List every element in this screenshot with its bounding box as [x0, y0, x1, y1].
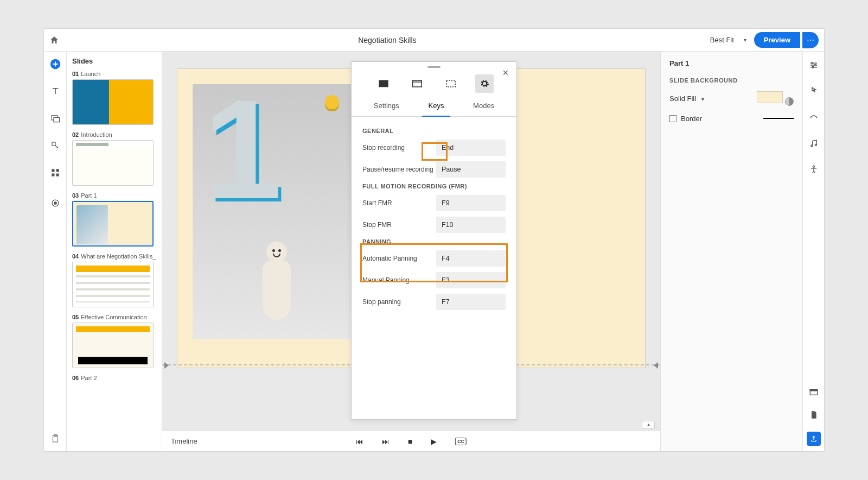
- svg-point-14: [812, 66, 814, 68]
- slides-panel[interactable]: Slides 01Launch 02Introduction 03Part 1 …: [67, 52, 162, 451]
- media-tool-icon[interactable]: [49, 112, 61, 124]
- document-icon[interactable]: [808, 409, 820, 421]
- group-general: GENERAL: [362, 128, 506, 134]
- capture-app-icon[interactable]: [408, 74, 426, 93]
- svg-point-17: [813, 166, 814, 167]
- share-icon[interactable]: [807, 432, 821, 446]
- step-forward-icon[interactable]: ⏭: [382, 437, 390, 446]
- popover-body[interactable]: GENERAL Stop recording Pause/resume reco…: [352, 117, 516, 419]
- audio-icon[interactable]: [808, 137, 820, 149]
- tab-settings[interactable]: Settings: [367, 96, 406, 116]
- zoom-dropdown[interactable]: Best Fit ▾: [710, 36, 746, 44]
- input-start-fmr[interactable]: [436, 195, 506, 211]
- stop-icon[interactable]: ■: [408, 437, 412, 446]
- timeline-controls: ⏮ ⏭ ■ ▶ CC: [356, 437, 467, 446]
- capture-mode-row: [352, 70, 516, 96]
- border-checkbox[interactable]: Border: [669, 115, 702, 123]
- guide-handle-right-icon[interactable]: [654, 362, 658, 369]
- row-stop-fmr: Stop FMR: [362, 217, 506, 233]
- close-icon[interactable]: ✕: [502, 68, 509, 77]
- chevron-down-icon: ▾: [701, 96, 704, 102]
- input-stop-pan[interactable]: [436, 294, 506, 310]
- input-auto-pan[interactable]: [436, 250, 506, 267]
- svg-point-12: [811, 62, 813, 64]
- cc-icon[interactable]: CC: [455, 438, 467, 445]
- row-manual-pan: Manual Panning: [362, 272, 506, 288]
- svg-point-9: [54, 202, 56, 205]
- group-fmr: FULL MOTION RECORDING (FMR): [362, 183, 506, 190]
- capture-screen-icon[interactable]: [374, 74, 393, 93]
- row-start-fmr: Start FMR: [362, 195, 506, 211]
- add-slide-icon[interactable]: [49, 58, 61, 70]
- slide-thumb[interactable]: [72, 79, 154, 125]
- drag-grip-icon[interactable]: [427, 66, 441, 68]
- capture-area-icon[interactable]: [442, 74, 460, 93]
- recording-settings-popover: ✕ Settings Keys Modes GENERAL Stop recor…: [351, 61, 517, 420]
- properties-panel: Part 1 SLIDE BACKGROUND Solid Fill ▾ Bor…: [660, 52, 802, 451]
- preview-more-button[interactable]: ⋯: [802, 32, 819, 48]
- svg-rect-4: [52, 169, 54, 172]
- svg-rect-19: [379, 80, 388, 87]
- animations-icon[interactable]: [808, 111, 820, 123]
- timeline-label: Timeline: [171, 437, 197, 445]
- input-stop-recording[interactable]: [436, 140, 506, 156]
- text-tool-icon[interactable]: [49, 85, 61, 97]
- input-stop-fmr[interactable]: [436, 217, 506, 233]
- preview-button[interactable]: Preview: [754, 32, 800, 48]
- popover-tabs: Settings Keys Modes: [352, 96, 516, 117]
- slide-item[interactable]: 01Launch: [72, 71, 157, 125]
- clipboard-icon[interactable]: [49, 433, 61, 445]
- panel-icon[interactable]: [808, 386, 820, 398]
- svg-rect-5: [56, 169, 59, 172]
- group-panning: PANNING: [362, 238, 506, 245]
- svg-rect-2: [54, 118, 60, 122]
- fill-swatch[interactable]: [757, 91, 794, 106]
- slide-item[interactable]: 05Effective Communication: [72, 314, 157, 368]
- tab-modes[interactable]: Modes: [467, 96, 501, 116]
- fill-dropdown[interactable]: Solid Fill ▾: [669, 94, 704, 103]
- topbar: Negotiation Skills Best Fit ▾ Preview ⋯: [44, 29, 824, 52]
- skip-back-icon[interactable]: ⏮: [356, 437, 363, 446]
- app-window: Negotiation Skills Best Fit ▾ Preview ⋯: [43, 28, 825, 452]
- guide-handle-left-icon[interactable]: [164, 362, 169, 369]
- svg-point-15: [810, 145, 812, 147]
- left-tool-rail: [44, 52, 67, 451]
- record-tool-icon[interactable]: [49, 197, 61, 209]
- big-number-graphic: 1: [203, 79, 282, 220]
- input-pause-resume[interactable]: [436, 161, 506, 178]
- document-title: Negotiation Skills: [65, 36, 710, 45]
- section-slide-background: SLIDE BACKGROUND: [669, 77, 794, 84]
- row-stop-pan: Stop panning: [362, 294, 506, 310]
- slide-thumb[interactable]: [72, 140, 154, 186]
- input-manual-pan[interactable]: [436, 272, 506, 288]
- fill-row: Solid Fill ▾: [669, 91, 794, 106]
- svg-point-16: [815, 144, 816, 146]
- slide-item[interactable]: 02Introduction: [72, 131, 157, 186]
- slide-item[interactable]: 03Part 1: [72, 192, 157, 247]
- svg-point-13: [814, 65, 816, 66]
- bulb-icon: [325, 95, 339, 109]
- svg-rect-3: [52, 142, 55, 146]
- border-style-preview[interactable]: [763, 118, 794, 119]
- capture-settings-icon[interactable]: [475, 74, 494, 93]
- widgets-tool-icon[interactable]: [49, 167, 61, 179]
- panel-expander[interactable]: ▴: [642, 421, 655, 428]
- accessibility-icon[interactable]: [808, 163, 820, 175]
- interaction-tool-icon[interactable]: [49, 140, 61, 151]
- svg-rect-6: [52, 174, 54, 176]
- slide-thumb[interactable]: [72, 201, 154, 247]
- slide-thumb[interactable]: [72, 323, 154, 368]
- slide-image: 1: [193, 84, 355, 339]
- slide-thumb[interactable]: [72, 262, 154, 307]
- slide-item[interactable]: 04What are Negotiation Skills_: [72, 253, 157, 307]
- slide-item[interactable]: 06Part 2: [72, 375, 157, 381]
- properties-title: Part 1: [669, 59, 794, 67]
- play-icon[interactable]: ▶: [431, 437, 437, 446]
- tab-keys[interactable]: Keys: [422, 96, 451, 117]
- border-row: Border: [669, 115, 794, 123]
- properties-icon[interactable]: [808, 59, 820, 71]
- home-icon[interactable]: [49, 35, 65, 45]
- svg-rect-7: [56, 174, 59, 176]
- interactions-icon[interactable]: [808, 85, 820, 97]
- zoom-label: Best Fit: [710, 36, 734, 44]
